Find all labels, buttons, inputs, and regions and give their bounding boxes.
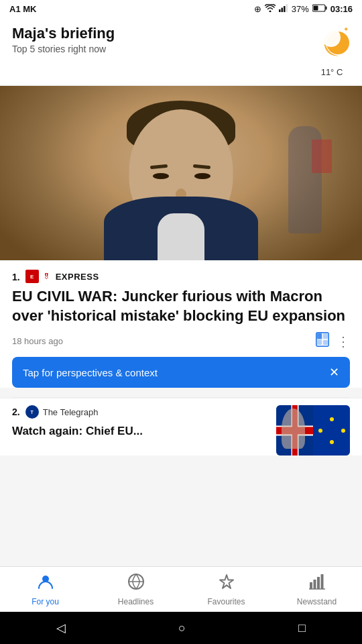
svg-rect-15 — [317, 333, 322, 339]
svg-text:·: · — [339, 30, 341, 36]
nav-headlines[interactable]: Headlines — [109, 573, 163, 606]
article-1-section: 1. E 🎖 EXPRESS EU CIVIL WAR: Juncker fur… — [0, 260, 362, 388]
bottom-navigation: For you Headlines Favourites — [0, 566, 362, 612]
status-right-group: ⊕ 37% 03:16 — [254, 4, 353, 14]
svg-rect-22 — [313, 580, 316, 589]
time-text: 03:16 — [330, 4, 353, 14]
article-1-meta: 1. E 🎖 EXPRESS — [12, 270, 350, 287]
article-2-source-row: T The Telegraph — [25, 405, 99, 419]
svg-rect-1 — [281, 8, 283, 13]
article-2-headline: Watch again: Chief EU... — [12, 424, 143, 439]
svg-point-8 — [322, 28, 341, 47]
svg-text:✦: ✦ — [343, 25, 349, 33]
status-bar: A1 MK ⊕ 37% 03 — [0, 0, 362, 18]
sync-icon: ⊕ — [254, 4, 261, 14]
svg-rect-24 — [320, 574, 323, 589]
android-nav-bar: ◁ ○ □ — [0, 612, 362, 644]
bookmark-icon[interactable] — [315, 332, 330, 350]
article-1-number: 1. — [12, 272, 20, 282]
article-1-actions: ⋮ — [315, 332, 350, 350]
svg-rect-5 — [325, 7, 326, 10]
for-you-label: For you — [32, 597, 59, 606]
article-2-number: 2. — [12, 407, 20, 417]
signal-icon — [279, 4, 288, 14]
face-shirt — [158, 213, 204, 260]
back-button[interactable]: ◁ — [56, 621, 66, 635]
carrier-text: A1 MK — [9, 4, 36, 14]
svg-rect-23 — [317, 577, 320, 589]
face-eye-right — [194, 173, 210, 179]
svg-rect-3 — [286, 4, 288, 12]
article-1-source-row: E 🎖 EXPRESS — [25, 270, 99, 283]
svg-rect-6 — [313, 6, 318, 11]
header: Maja's briefing Top 5 stories right now … — [0, 18, 362, 86]
newsstand-label: Newsstand — [297, 597, 337, 606]
battery-icon — [312, 4, 327, 14]
svg-rect-16 — [323, 333, 328, 339]
svg-text:·: · — [346, 33, 347, 38]
face-eye-left — [153, 173, 169, 179]
article-1-footer: 18 hours ago ⋮ — [12, 332, 350, 350]
more-options-icon[interactable]: ⋮ — [337, 333, 350, 350]
recents-button[interactable]: □ — [298, 621, 306, 635]
headlines-label: Headlines — [118, 597, 154, 606]
perspectives-text: Tap for perspectives & context — [23, 367, 158, 378]
home-button[interactable]: ○ — [178, 621, 186, 635]
header-left: Maja's briefing Top 5 stories right now — [12, 25, 115, 54]
perspectives-banner[interactable]: Tap for perspectives & context ✕ — [12, 357, 350, 388]
perspectives-close-button[interactable]: ✕ — [329, 365, 339, 380]
telegraph-name: The Telegraph — [43, 407, 99, 417]
svg-rect-2 — [284, 6, 286, 12]
favourites-label: Favourites — [207, 597, 245, 606]
for-you-icon — [37, 573, 54, 594]
nav-for-you[interactable]: For you — [19, 573, 72, 606]
briefing-title: Maja's briefing — [12, 25, 115, 42]
article-2-left: 2. T The Telegraph Watch again: Chief EU… — [12, 405, 143, 439]
telegraph-logo: T — [25, 405, 39, 419]
weather-temp: 11° C — [321, 67, 343, 77]
article-2-section[interactable]: 2. T The Telegraph Watch again: Chief EU… — [0, 398, 362, 455]
favourites-icon — [218, 573, 235, 594]
bg-flag — [312, 140, 332, 173]
svg-rect-21 — [310, 582, 312, 589]
weather-widget: · ✦ · 11° C — [314, 25, 350, 77]
nav-favourites[interactable]: Favourites — [200, 573, 253, 606]
express-name: EXPRESS — [56, 272, 99, 282]
headlines-icon — [127, 573, 145, 594]
svg-rect-17 — [317, 340, 322, 345]
svg-rect-18 — [323, 340, 328, 345]
briefing-subtitle: Top 5 stories right now — [12, 44, 115, 54]
newsstand-icon — [308, 573, 326, 594]
weather-icon: · ✦ · — [314, 25, 350, 66]
express-logo: E — [25, 270, 39, 283]
wifi-icon — [265, 4, 276, 14]
nav-newsstand[interactable]: Newsstand — [290, 573, 344, 606]
article-2-thumbnail — [276, 405, 350, 455]
article-1-headline[interactable]: EU CIVIL WAR: Juncker furious with Macro… — [12, 287, 350, 325]
source-flag: 🎖 — [43, 272, 50, 280]
battery-text: 37% — [292, 4, 309, 14]
svg-rect-0 — [279, 9, 281, 12]
hero-image — [0, 86, 362, 260]
article-1-time: 18 hours ago — [12, 336, 63, 346]
